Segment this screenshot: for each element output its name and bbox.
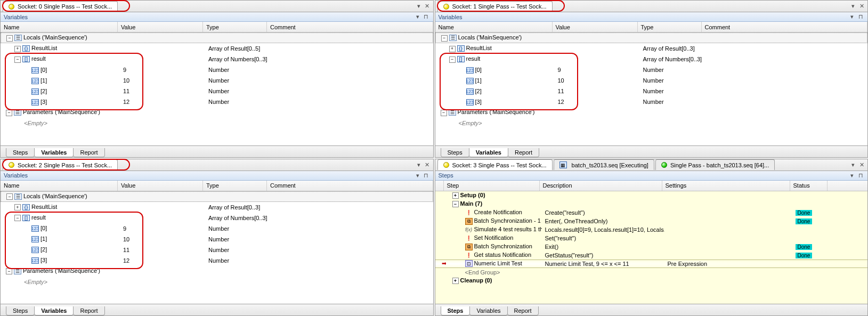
tree-node-resultlist[interactable]: +{}ResultListArray of Result[0..3]: [1, 202, 433, 213]
collapse-icon[interactable]: −: [6, 193, 13, 200]
tab-report[interactable]: Report: [73, 306, 104, 315]
tab-steps[interactable]: Steps: [441, 306, 470, 315]
col-type[interactable]: Type: [203, 22, 267, 32]
variables-tree[interactable]: −☰Locals ('MainSequence') +{}ResultListA…: [1, 191, 433, 304]
collapse-icon[interactable]: −: [441, 35, 448, 42]
dropdown-icon[interactable]: ▾: [415, 161, 423, 168]
collapse-icon[interactable]: −: [6, 268, 12, 274]
tree-node-result[interactable]: −[]resultArray of Numbers[0..3]: [1, 213, 433, 223]
col-value[interactable]: Value: [118, 181, 203, 191]
tree-node-params[interactable]: −☰Parameters ('MainSequence'): [1, 107, 433, 118]
close-icon[interactable]: ✕: [424, 3, 431, 10]
tab-variables[interactable]: Variables: [34, 148, 74, 157]
tree-node-params[interactable]: −☰Parameters ('MainSequence'): [1, 266, 433, 277]
tree-node-item[interactable]: 123[3]12Number: [1, 255, 433, 266]
exec-tab-socket0[interactable]: Socket: 0 Single Pass -- Test Sock...: [3, 1, 118, 12]
col-type[interactable]: Type: [203, 181, 267, 191]
dropdown-icon[interactable]: ▾: [848, 172, 856, 179]
col-comment[interactable]: Comment: [267, 181, 433, 191]
step-row[interactable]: ⧉Batch Synchronization - 1 com...Enter(,…: [435, 217, 868, 225]
col-desc[interactable]: Description: [540, 181, 662, 191]
col-name[interactable]: Name: [1, 22, 118, 32]
collapse-icon[interactable]: −: [441, 110, 447, 116]
collapse-icon[interactable]: −: [14, 215, 21, 221]
tree-node-item[interactable]: 123[0]9Number: [1, 223, 433, 234]
expand-icon[interactable]: +: [452, 278, 459, 284]
tree-node-resultlist[interactable]: +{}ResultList Array of Result[0..5]: [1, 43, 433, 54]
expand-icon[interactable]: +: [452, 192, 459, 199]
col-comment[interactable]: Comment: [702, 22, 868, 32]
tree-node-params[interactable]: −☰Parameters ('MainSequence'): [435, 107, 868, 118]
collapse-icon[interactable]: −: [6, 110, 12, 116]
tab-report[interactable]: Report: [73, 148, 104, 157]
collapse-icon[interactable]: −: [452, 201, 459, 207]
dropdown-icon[interactable]: ▾: [849, 161, 857, 168]
tab-steps[interactable]: Steps: [6, 306, 35, 315]
exec-tab-singlepass[interactable]: Single Pass - batch_ts2013.seq [64]...: [655, 159, 775, 170]
tree-node-item[interactable]: 123[1]10Number: [1, 75, 433, 86]
variables-tree[interactable]: −☰Locals ('MainSequence') +{}ResultList …: [1, 33, 433, 145]
exec-tab-batch[interactable]: ▦ batch_ts2013.seq [Executing]: [554, 159, 654, 170]
expand-icon[interactable]: +: [14, 46, 21, 52]
dropdown-icon[interactable]: ▾: [414, 13, 421, 21]
steps-list[interactable]: +Setup (0) −Main (7) ❗Create Notificatio…: [435, 191, 868, 304]
close-icon[interactable]: ✕: [858, 161, 865, 168]
tree-node-locals[interactable]: −☰Locals ('MainSequence'): [435, 33, 868, 43]
tree-node-item[interactable]: 123[2]11Number: [435, 86, 868, 96]
col-type[interactable]: Type: [638, 22, 702, 32]
step-group-cleanup[interactable]: +Cleanup (0): [435, 277, 868, 285]
collapse-icon[interactable]: −: [449, 56, 456, 63]
expand-icon[interactable]: +: [449, 46, 456, 52]
tree-node-item[interactable]: 123[1]10Number: [1, 234, 433, 245]
variables-tree[interactable]: −☰Locals ('MainSequence') +{}ResultListA…: [435, 33, 868, 145]
pin-icon[interactable]: ⊓: [857, 13, 864, 21]
exec-tab-socket2[interactable]: Socket: 2 Single Pass -- Test Sock...: [3, 159, 118, 170]
collapse-icon[interactable]: −: [6, 35, 13, 42]
step-row[interactable]: ⧉Batch SynchronizationExit()Done: [435, 242, 868, 251]
step-group-main[interactable]: −Main (7): [435, 200, 868, 208]
tree-node-result[interactable]: −[]result Array of Numbers[0..3]: [1, 54, 433, 64]
tree-node-item[interactable]: 123[0]9Number: [435, 64, 868, 75]
tree-node-item[interactable]: 123[1]10Number: [435, 75, 868, 86]
exec-tab-socket3[interactable]: Socket: 3 Single Pass -- Test Sock...: [437, 159, 553, 170]
tab-steps[interactable]: Steps: [6, 148, 35, 157]
step-row[interactable]: ❗Get status NotificationGetStatus("resul…: [435, 251, 868, 260]
tab-variables[interactable]: Variables: [469, 148, 508, 157]
tab-steps[interactable]: Steps: [441, 148, 469, 157]
dropdown-icon[interactable]: ▾: [849, 3, 857, 10]
col-name[interactable]: Name: [435, 22, 553, 32]
col-comment[interactable]: Comment: [267, 22, 433, 32]
col-status[interactable]: Status: [790, 181, 828, 191]
col-name[interactable]: Name: [1, 181, 118, 191]
tab-report[interactable]: Report: [507, 306, 539, 315]
step-group-setup[interactable]: +Setup (0): [435, 191, 868, 200]
tree-node-locals[interactable]: −☰Locals ('MainSequence'): [1, 191, 433, 202]
close-icon[interactable]: ✕: [424, 161, 431, 168]
col-value[interactable]: Value: [118, 22, 203, 32]
pin-icon[interactable]: ⊓: [423, 172, 430, 179]
step-row-current[interactable]: ➡⊡Numeric Limit TestNumeric Limit Test, …: [435, 260, 868, 268]
close-icon[interactable]: ✕: [858, 3, 865, 10]
tree-node-resultlist[interactable]: +{}ResultListArray of Result[0..3]: [435, 43, 868, 54]
pin-icon[interactable]: ⊓: [857, 172, 864, 179]
dropdown-icon[interactable]: ▾: [414, 172, 421, 179]
tree-node-item[interactable]: 123[0]9Number: [1, 64, 433, 75]
tab-variables[interactable]: Variables: [469, 306, 507, 315]
tree-node-item[interactable]: 123[2]11Number: [1, 245, 433, 255]
tree-node-item[interactable]: 123[2]11Number: [1, 86, 433, 96]
tree-node-item[interactable]: 123[3]12Number: [435, 96, 868, 107]
dropdown-icon[interactable]: ▾: [848, 13, 856, 21]
tree-node-item[interactable]: 123[3]12Number: [1, 96, 433, 107]
col-value[interactable]: Value: [553, 22, 638, 32]
tab-variables[interactable]: Variables: [34, 306, 74, 315]
expand-icon[interactable]: +: [14, 204, 21, 210]
step-row[interactable]: ❗Create NotificationCreate("result")Done: [435, 208, 868, 217]
tree-node-result[interactable]: −[]resultArray of Numbers[0..3]: [435, 54, 868, 64]
step-row[interactable]: ❗Set NotificationSet("result"): [435, 234, 868, 242]
step-row[interactable]: f(x)Simulate 4 test results 1 threadLoca…: [435, 225, 868, 234]
tab-report[interactable]: Report: [508, 148, 539, 157]
exec-tab-socket1[interactable]: Socket: 1 Single Pass -- Test Sock...: [437, 1, 553, 12]
pin-icon[interactable]: ⊓: [423, 13, 430, 21]
tree-node-locals[interactable]: −☰Locals ('MainSequence'): [1, 33, 433, 43]
collapse-icon[interactable]: −: [14, 56, 21, 63]
